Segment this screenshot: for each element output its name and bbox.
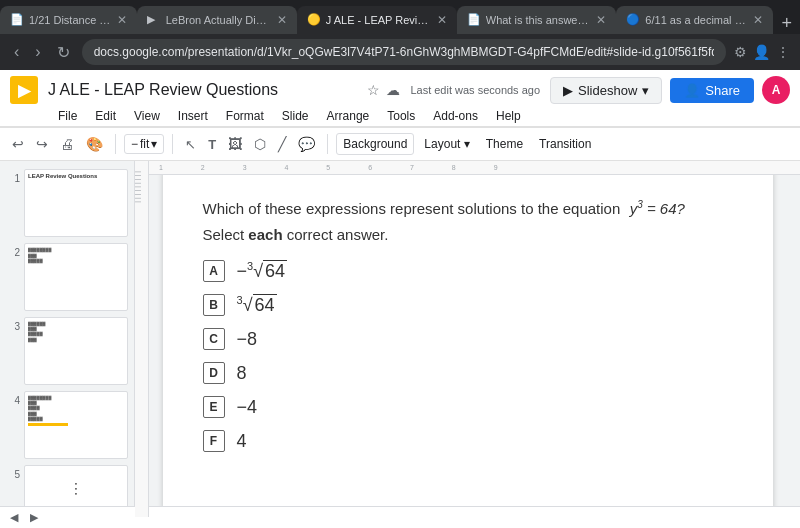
slide-thumb-4[interactable]: 4 ▓▓▓▓▓▓▓▓▓▓▓▓▓▓▓▓▓▓▓▓▓▓▓: [6, 391, 128, 459]
share-label: Share: [705, 83, 740, 98]
forward-button[interactable]: ›: [31, 41, 44, 63]
app-logo: ▶: [10, 76, 38, 104]
tab-distance-learning[interactable]: 📄 1/21 Distance learning ✕: [0, 6, 137, 34]
zoom-value: fit: [140, 137, 149, 151]
menu-help[interactable]: Help: [488, 106, 529, 126]
slideshow-label: Slideshow: [578, 83, 637, 98]
menu-format[interactable]: Format: [218, 106, 272, 126]
line-tool[interactable]: ╱: [274, 133, 290, 155]
menu-view[interactable]: View: [126, 106, 168, 126]
slideshow-dropdown-icon[interactable]: ▾: [642, 83, 649, 98]
more-icon[interactable]: ⋮: [776, 44, 790, 60]
slide-num-5: 5: [6, 469, 20, 480]
cursor-tool[interactable]: ↖: [181, 134, 200, 155]
menu-tools[interactable]: Tools: [379, 106, 423, 126]
next-slide-btn[interactable]: ▶: [30, 511, 38, 524]
slide-preview-3[interactable]: ▓▓▓▓▓▓▓▓▓▓▓▓▓▓▓▓▓: [24, 317, 128, 385]
bottom-bar: ◀ ▶: [0, 506, 800, 528]
option-box-a: A: [203, 260, 225, 282]
ruler-h-labels: 1 2 3 4 5 6 7 8 9: [159, 164, 516, 171]
slide-preview-content-2: ▓▓▓▓▓▓▓▓▓▓▓▓▓▓▓▓: [28, 247, 124, 264]
option-box-c: C: [203, 328, 225, 350]
option-b[interactable]: B 3√64: [203, 294, 733, 316]
profile-icon[interactable]: 👤: [753, 44, 770, 60]
present-icon: ▶: [563, 83, 573, 98]
tab-label-1: 1/21 Distance learning: [29, 14, 112, 26]
option-d[interactable]: D 8: [203, 362, 733, 384]
slide-preview-4[interactable]: ▓▓▓▓▓▓▓▓▓▓▓▓▓▓▓▓▓▓▓▓▓▓▓: [24, 391, 128, 459]
tab-close-3[interactable]: ✕: [437, 13, 447, 27]
transition-btn[interactable]: Transition: [533, 134, 597, 154]
user-avatar[interactable]: A: [762, 76, 790, 104]
print-button[interactable]: 🖨: [56, 133, 78, 155]
tab-close-5[interactable]: ✕: [753, 13, 763, 27]
slide-thumb-1[interactable]: 1 LEAP Review Questions: [6, 169, 128, 237]
tab-what-answer[interactable]: 📄 What is this answer? - Bra... ✕: [457, 6, 617, 34]
tab-close-4[interactable]: ✕: [596, 13, 606, 27]
ruler-v-labels: | | | | | | | | |: [135, 161, 142, 203]
background-btn[interactable]: Background: [336, 133, 414, 155]
slide-thumb-3[interactable]: 3 ▓▓▓▓▓▓▓▓▓▓▓▓▓▓▓▓▓: [6, 317, 128, 385]
star-icon[interactable]: ☆: [367, 82, 380, 98]
back-button[interactable]: ‹: [10, 41, 23, 63]
share-icon: 👤: [684, 83, 700, 98]
menu-arrange[interactable]: Arrange: [319, 106, 378, 126]
option-value-c: −8: [237, 329, 258, 350]
slideshow-button[interactable]: ▶ Slideshow ▾: [550, 77, 662, 104]
app-title-icons: ☆ ☁: [367, 82, 400, 98]
zoom-control[interactable]: − fit ▾: [124, 134, 164, 154]
option-box-e: E: [203, 396, 225, 418]
redo-button[interactable]: ↪: [32, 133, 52, 155]
slide-preview-2[interactable]: ▓▓▓▓▓▓▓▓▓▓▓▓▓▓▓▓: [24, 243, 128, 311]
instruction-post: correct answer.: [283, 226, 389, 243]
main-content: 1 LEAP Review Questions 2 ▓▓▓▓▓▓▓▓▓▓▓▓▓▓…: [0, 161, 800, 517]
instruction-pre: Select: [203, 226, 249, 243]
menu-edit[interactable]: Edit: [87, 106, 124, 126]
option-e[interactable]: E −4: [203, 396, 733, 418]
slide-preview-content-5: ●●●: [28, 469, 124, 497]
image-tool[interactable]: 🖼: [224, 133, 246, 155]
paint-format-button[interactable]: 🎨: [82, 133, 107, 155]
app-title: J ALE - LEAP Review Questions: [48, 81, 357, 99]
slide-canvas[interactable]: Which of these expressions represent sol…: [163, 169, 773, 509]
tab-decimal[interactable]: 🔵 6/11 as a decimal - Googl... ✕: [616, 6, 773, 34]
slide-num-3: 3: [6, 321, 20, 332]
tab-favicon-3: 🟡: [307, 13, 321, 27]
tab-close-1[interactable]: ✕: [117, 13, 127, 27]
new-tab-button[interactable]: +: [773, 13, 800, 34]
prev-slide-btn[interactable]: ◀: [10, 511, 18, 524]
address-bar: ‹ › ↻ ⚙ 👤 ⋮: [0, 34, 800, 70]
text-tool[interactable]: T: [204, 134, 220, 155]
reload-button[interactable]: ↻: [53, 41, 74, 64]
slide-preview-1[interactable]: LEAP Review Questions: [24, 169, 128, 237]
slide-preview-title-1: LEAP Review Questions: [28, 173, 124, 179]
menu-insert[interactable]: Insert: [170, 106, 216, 126]
slide-num-2: 2: [6, 247, 20, 258]
menu-slide[interactable]: Slide: [274, 106, 317, 126]
app-actions: ▶ Slideshow ▾ 👤 Share A: [550, 76, 790, 104]
menu-addons[interactable]: Add-ons: [425, 106, 486, 126]
tab-close-2[interactable]: ✕: [277, 13, 287, 27]
extensions-icon[interactable]: ⚙: [734, 44, 747, 60]
option-c[interactable]: C −8: [203, 328, 733, 350]
tab-favicon-2: ▶: [147, 13, 161, 27]
tab-label-2: LeBron Actually Did This In ...: [166, 14, 272, 26]
option-a[interactable]: A −3√64: [203, 260, 733, 282]
address-input[interactable]: [82, 39, 726, 65]
layout-btn[interactable]: Layout ▾: [418, 134, 475, 154]
option-f[interactable]: F 4: [203, 430, 733, 452]
slides-panel[interactable]: 1 LEAP Review Questions 2 ▓▓▓▓▓▓▓▓▓▓▓▓▓▓…: [0, 161, 135, 517]
tab-favicon-1: 📄: [10, 13, 24, 27]
share-button[interactable]: 👤 Share: [670, 78, 754, 103]
tab-lebron[interactable]: ▶ LeBron Actually Did This In ... ✕: [137, 6, 297, 34]
comment-tool[interactable]: 💬: [294, 133, 319, 155]
shape-tool[interactable]: ⬡: [250, 133, 270, 155]
menu-file[interactable]: File: [50, 106, 85, 126]
slide-thumb-2[interactable]: 2 ▓▓▓▓▓▓▓▓▓▓▓▓▓▓▓▓: [6, 243, 128, 311]
tab-leap-review[interactable]: 🟡 J ALE - LEAP Review Ques... ✕: [297, 6, 457, 34]
theme-btn[interactable]: Theme: [480, 134, 529, 154]
undo-button[interactable]: ↩: [8, 133, 28, 155]
question-row: Which of these expressions represent sol…: [203, 199, 733, 218]
instruction-bold: each: [248, 226, 282, 243]
cloud-icon[interactable]: ☁: [386, 82, 400, 98]
